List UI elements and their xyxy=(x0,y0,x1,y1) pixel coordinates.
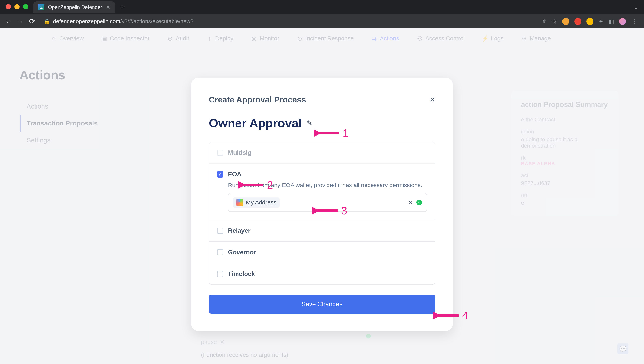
option-multisig[interactable]: Multisig xyxy=(209,142,435,164)
timelock-checkbox[interactable] xyxy=(217,271,223,277)
valid-check-icon: ✓ xyxy=(416,200,422,205)
browser-tab[interactable]: Z OpenZeppelin Defender ✕ xyxy=(33,1,115,13)
option-eoa: EOA Run action from any EOA wallet, prov… xyxy=(209,164,435,220)
extension-icon-1[interactable] xyxy=(562,18,569,25)
tab-title: OpenZeppelin Defender xyxy=(48,4,102,10)
options-box: Multisig EOA Run action from any EOA wal… xyxy=(209,142,435,285)
option-timelock[interactable]: Timelock xyxy=(209,263,435,284)
tab-favicon: Z xyxy=(38,4,45,10)
window-maximize-button[interactable] xyxy=(23,4,28,9)
governor-checkbox[interactable] xyxy=(217,249,223,256)
option-relayer[interactable]: Relayer xyxy=(209,220,435,242)
modal-title: Create Approval Process xyxy=(209,95,306,104)
approval-name: Owner Approval xyxy=(209,116,302,130)
address-input[interactable]: My Address ✕ ✓ xyxy=(228,193,427,212)
identicon-icon xyxy=(236,199,243,206)
edit-name-icon[interactable]: ✎ xyxy=(307,119,312,127)
reload-button[interactable]: ⟳ xyxy=(28,17,36,26)
kebab-menu-icon[interactable]: ⋮ xyxy=(631,18,637,25)
address-bar[interactable]: 🔒 defender.openzeppelin.com/v2/#/actions… xyxy=(40,18,538,24)
lock-icon: 🔒 xyxy=(44,18,50,24)
share-icon[interactable]: ⇪ xyxy=(542,18,546,25)
tab-dropdown-icon[interactable]: ⌄ xyxy=(634,4,638,10)
extension-icon-3[interactable] xyxy=(586,18,593,25)
address-chip: My Address xyxy=(233,198,280,208)
bookmark-icon[interactable]: ☆ xyxy=(551,18,557,25)
tab-close-icon[interactable]: ✕ xyxy=(106,4,110,10)
multisig-checkbox[interactable] xyxy=(217,150,223,156)
panel-icon[interactable]: ◧ xyxy=(608,18,614,25)
profile-avatar[interactable] xyxy=(619,18,626,25)
browser-chrome: Z OpenZeppelin Defender ✕ + ⌄ xyxy=(0,0,644,14)
eoa-checkbox[interactable] xyxy=(217,171,223,178)
extension-icon-2[interactable] xyxy=(574,18,581,25)
modal-close-button[interactable]: ✕ xyxy=(429,96,435,104)
approval-process-modal: Create Approval Process ✕ Owner Approval… xyxy=(191,78,453,331)
window-close-button[interactable] xyxy=(6,4,11,9)
window-minimize-button[interactable] xyxy=(15,4,20,9)
new-tab-button[interactable]: + xyxy=(120,3,124,11)
window-controls xyxy=(0,0,34,14)
clear-address-button[interactable]: ✕ xyxy=(408,199,412,206)
url-text: defender.openzeppelin.com/v2/#/actions/e… xyxy=(53,18,193,24)
forward-button[interactable]: → xyxy=(16,17,24,26)
browser-actions: ⇪ ☆ ✦ ◧ ⋮ xyxy=(542,18,639,25)
back-button[interactable]: ← xyxy=(5,17,13,26)
app-content: ⌂ Overview ▣ Code Inspector ⊕ Audit ↑ De… xyxy=(0,28,644,364)
extensions-icon[interactable]: ✦ xyxy=(598,18,603,25)
relayer-checkbox[interactable] xyxy=(217,228,223,234)
eoa-description: Run action from any EOA wallet, provided… xyxy=(228,182,427,188)
option-governor[interactable]: Governor xyxy=(209,242,435,263)
save-changes-button[interactable]: Save Changes xyxy=(209,295,435,314)
tab-bar: Z OpenZeppelin Defender ✕ + ⌄ xyxy=(0,0,644,14)
address-bar-row: ← → ⟳ 🔒 defender.openzeppelin.com/v2/#/a… xyxy=(0,14,644,28)
